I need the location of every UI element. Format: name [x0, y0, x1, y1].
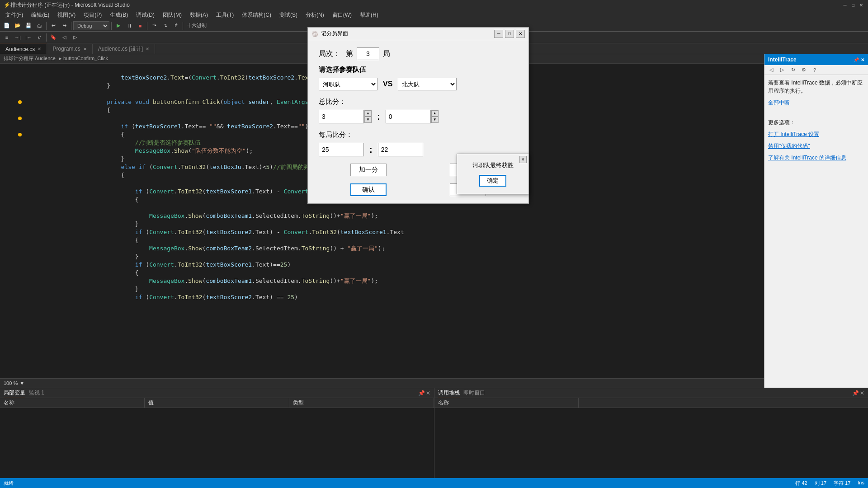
- close-panel-icon[interactable]: ✕: [426, 390, 430, 396]
- round-score2-input[interactable]: [378, 143, 423, 156]
- step-into-btn[interactable]: ↴: [160, 21, 170, 31]
- status-mode: Ins: [858, 480, 864, 487]
- open-btn[interactable]: 📂: [13, 21, 23, 31]
- tab-audience-cs[interactable]: Audience.cs ✕: [0, 44, 47, 54]
- maximize-btn[interactable]: □: [850, 2, 856, 8]
- line-numbers: [0, 66, 18, 376]
- tab-close-program[interactable]: ✕: [83, 47, 87, 52]
- pin-icon[interactable]: 📌: [418, 390, 425, 396]
- total-score2-input[interactable]: [386, 110, 431, 123]
- intellitrace-refresh[interactable]: ↻: [788, 65, 798, 75]
- menu-window[interactable]: 窗口(W): [329, 10, 355, 20]
- pause-btn[interactable]: ⏸: [124, 21, 134, 31]
- start-debug-btn[interactable]: ▶: [113, 21, 123, 31]
- total-score1-up[interactable]: ▲: [364, 110, 372, 117]
- tab-label-program: Program.cs: [52, 46, 80, 52]
- new-file-btn[interactable]: 📄: [2, 21, 12, 31]
- comment-btn[interactable]: //: [34, 33, 44, 42]
- tab-program-cs[interactable]: Program.cs ✕: [47, 44, 92, 54]
- total-score2-spin: ▲ ▼: [431, 110, 439, 123]
- menu-project[interactable]: 项目(P): [80, 10, 105, 20]
- team1-select[interactable]: 河职队: [319, 78, 377, 90]
- zoom-dropdown-icon[interactable]: ▼: [19, 380, 24, 386]
- intellitrace-toolbar: ◁ ▷ ↻ ⚙ ?: [764, 65, 868, 75]
- win-dialog-close[interactable]: ✕: [519, 156, 527, 163]
- intellitrace-mycode-link[interactable]: 禁用"仅我的代码": [768, 142, 864, 150]
- stop-btn[interactable]: ■: [135, 21, 145, 31]
- undo-btn[interactable]: ↩: [48, 21, 58, 31]
- menu-view[interactable]: 视图(V): [54, 10, 79, 20]
- total-score1-down[interactable]: ▼: [364, 117, 372, 123]
- round-score1-input[interactable]: [319, 143, 364, 156]
- outdent-btn[interactable]: |←: [24, 33, 33, 42]
- intellitrace-back[interactable]: ◁: [766, 65, 776, 75]
- step-out-btn[interactable]: ↱: [171, 21, 181, 31]
- intellitrace-close[interactable]: ✕: [861, 57, 864, 62]
- score-dialog-title-bar: 🏐 记分员界面 ─ □ ✕: [308, 28, 528, 40]
- intellitrace-settings-link[interactable]: 打开 IntelliTrace 设置: [768, 130, 864, 138]
- menu-file[interactable]: 文件(F): [2, 10, 27, 20]
- menu-architecture[interactable]: 体系结构(C): [238, 10, 275, 20]
- save-btn[interactable]: 💾: [24, 21, 33, 31]
- intellitrace-all-break[interactable]: 全部中断: [768, 99, 864, 107]
- debug-config-select[interactable]: Debug: [73, 21, 109, 30]
- round-score-label: 每局比分：: [319, 131, 518, 139]
- menu-data[interactable]: 数据(A): [186, 10, 212, 20]
- intellitrace-help[interactable]: ?: [810, 65, 820, 75]
- menu-debug[interactable]: 调试(D): [132, 10, 158, 20]
- intellitrace-pin[interactable]: 📌: [854, 57, 859, 62]
- local-vars-tab[interactable]: 局部变量: [4, 389, 25, 397]
- menu-team[interactable]: 团队(M): [159, 10, 185, 20]
- save-all-btn[interactable]: 🗂: [34, 21, 44, 31]
- round-input[interactable]: [357, 47, 379, 60]
- menu-edit[interactable]: 编辑(E): [28, 10, 53, 20]
- total-score1-input[interactable]: [319, 110, 364, 123]
- total-score2-up[interactable]: ▲: [431, 110, 439, 117]
- menu-analyze[interactable]: 分析(N): [302, 10, 328, 20]
- menu-test[interactable]: 测试(S): [276, 10, 301, 20]
- call-stack-tab[interactable]: 调用堆栈: [438, 389, 460, 397]
- intellitrace-settings[interactable]: ⚙: [799, 65, 809, 75]
- minimize-btn[interactable]: ─: [842, 2, 848, 8]
- step-over-btn[interactable]: ↷: [149, 21, 159, 31]
- indent-btn[interactable]: →|: [13, 33, 23, 42]
- close-panel-icon-2[interactable]: ✕: [860, 390, 864, 396]
- window-title: 排球计分程序 (正在运行) - Microsoft Visual Studio: [10, 1, 130, 9]
- team2-select[interactable]: 北大队: [398, 78, 457, 90]
- score-dialog-max[interactable]: □: [505, 30, 514, 38]
- call-stack-panel: 调用堆栈 即时窗口 📌 ✕ 名称: [434, 388, 868, 478]
- menu-build[interactable]: 生成(B): [106, 10, 132, 20]
- tab-label-audience: Audience.cs: [5, 46, 35, 52]
- score-dialog-min[interactable]: ─: [494, 30, 503, 38]
- total-score2-down[interactable]: ▼: [431, 117, 439, 123]
- panel-controls-2: 📌 ✕: [852, 390, 864, 396]
- bookmark-btn[interactable]: 🔖: [48, 33, 58, 42]
- pin-icon-2[interactable]: 📌: [852, 390, 859, 396]
- tab-close-audience[interactable]: ✕: [38, 47, 41, 52]
- redo-btn[interactable]: ↪: [59, 21, 69, 31]
- col-value: 值: [145, 398, 289, 408]
- code-line: if (Convert.ToInt32(textBoxScore2.Text) …: [29, 220, 760, 228]
- status-bar: 就绪 行 42 列 17 字符 17 Ins: [0, 478, 868, 488]
- intellitrace-panel: IntelliTrace 📌 ✕ ◁ ▷ ↻ ⚙ ? 若要查看 IntelliT…: [764, 54, 868, 388]
- intellitrace-fwd[interactable]: ▷: [777, 65, 787, 75]
- confirm-btn[interactable]: 确认: [350, 183, 387, 196]
- menu-tools[interactable]: 工具(T): [212, 10, 237, 20]
- prev-bookmark-btn[interactable]: ◁: [59, 33, 69, 42]
- win-dialog[interactable]: ✕ 河职队最终获胜 确定: [457, 154, 529, 194]
- tab-audience-design[interactable]: Audience.cs [设计] ✕: [93, 44, 155, 54]
- win-ok-btn[interactable]: 确定: [479, 175, 506, 187]
- close-btn[interactable]: ✕: [858, 2, 864, 8]
- watch-tab[interactable]: 监视 1: [29, 389, 44, 397]
- format-btn[interactable]: ≡: [2, 33, 12, 42]
- call-stack-title: 调用堆栈 即时窗口 📌 ✕: [434, 388, 868, 398]
- code-line: MessageBox.Show(comboBoxTeam1.SelectedIt…: [29, 269, 760, 277]
- score-dialog-close[interactable]: ✕: [516, 30, 525, 38]
- tab-close-design[interactable]: ✕: [146, 47, 149, 52]
- next-bookmark-btn[interactable]: ▷: [70, 33, 80, 42]
- status-col: 列 17: [815, 480, 826, 487]
- add1-btn[interactable]: 加一分: [350, 164, 387, 176]
- immediate-tab[interactable]: 即时窗口: [463, 389, 485, 397]
- menu-help[interactable]: 帮助(H): [356, 10, 382, 20]
- intellitrace-info-link[interactable]: 了解有关 IntelliTrace 的详细信息: [768, 154, 864, 162]
